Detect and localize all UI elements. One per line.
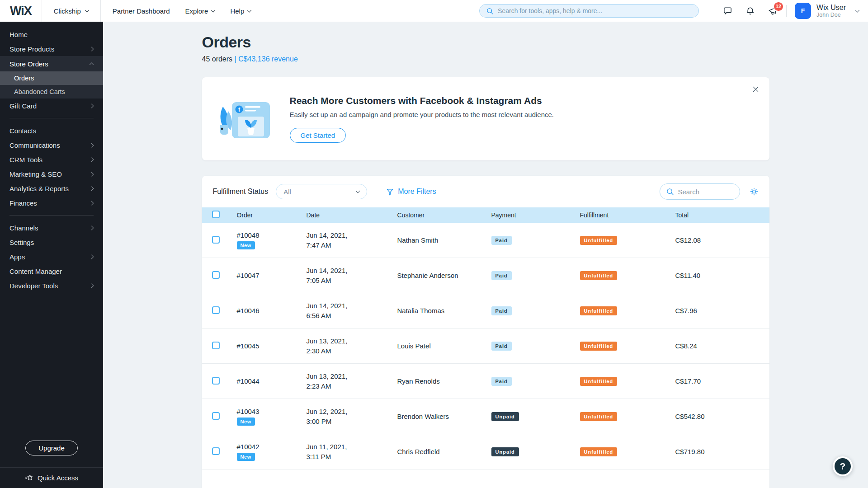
customer-name: Nathan Smith [397,236,491,244]
fulfillment-cell: Unfulfilled [580,306,675,315]
sidebar-item-store-products[interactable]: Store Products [0,42,103,56]
sidebar-item-contacts[interactable]: Contacts [0,123,103,138]
sidebar-item-label: Orders [14,75,34,82]
customer-name: Brendon Walkers [397,413,491,420]
banner-subtitle: Easily set up an ad campaign and promote… [290,111,554,118]
global-search[interactable] [479,4,699,18]
top-bar: WiX Clickship Partner DashboardExploreHe… [0,0,868,22]
updates-button[interactable]: 12 [768,6,778,16]
column-header-fulfillment[interactable]: Fulfillment [580,211,675,219]
chevron-right-icon [90,283,94,288]
order-id: #10048 [237,231,259,239]
row-checkbox[interactable] [212,377,220,385]
order-row[interactable]: #10043NewJun 12, 2021,3:00 PMBrendon Wal… [202,399,769,434]
sidebar-item-orders[interactable]: Orders [0,71,103,85]
sidebar-menu: HomeStore ProductsStore OrdersOrdersAban… [0,22,103,293]
new-badge: New [237,241,255,249]
help-button[interactable]: ? [833,456,853,476]
table-settings-button[interactable] [750,187,759,196]
site-name: Clickship [54,7,81,15]
order-id: #10042 [237,443,259,450]
order-row[interactable]: #10042NewJun 11, 2021,3:11 PMChris Redfi… [202,434,769,469]
sidebar-item-developer-tools[interactable]: Developer Tools [0,278,103,293]
row-checkbox-cell [212,377,237,386]
chevron-down-icon [855,8,860,13]
select-all-checkbox[interactable] [212,211,220,218]
sidebar-divider [9,118,94,118]
column-header-customer[interactable]: Customer [397,211,491,219]
sidebar-item-finances[interactable]: Finances [0,196,103,210]
sidebar-item-label: CRM Tools [9,156,42,164]
chat-button[interactable] [722,6,733,16]
row-checkbox-cell [212,271,237,280]
customer-name: Natalia Thomas [397,307,491,314]
topbar-nav-help[interactable]: Help [230,7,251,15]
sidebar-item-content-manager[interactable]: Content Manager [0,264,103,278]
order-date: Jun 14, 2021,7:47 AM [307,230,397,250]
sidebar-divider [9,215,94,216]
avatar: F [795,3,811,19]
row-checkbox-cell [212,342,237,351]
order-row[interactable]: #10047Jun 14, 2021,7:05 AMStephanie Ande… [202,258,769,293]
customer-name: Chris Redfield [397,448,491,455]
column-header-date[interactable]: Date [307,211,397,219]
table-search-input[interactable] [678,188,734,196]
sidebar-item-settings[interactable]: Settings [0,235,103,249]
global-search-input[interactable] [498,7,692,14]
sidebar-item-analytics-reports[interactable]: Analytics & Reports [0,181,103,196]
wix-logo: WiX [0,4,42,18]
sidebar-item-communications[interactable]: Communications [0,138,103,152]
row-checkbox[interactable] [212,271,220,279]
topbar-nav-label: Explore [185,7,208,15]
order-row[interactable]: #10046Jun 14, 2021,6:56 AMNatalia Thomas… [202,293,769,328]
banner-close-button[interactable] [751,84,760,94]
order-total: C$8.24 [675,342,769,350]
table-search[interactable] [660,183,740,200]
orders-count: 45 orders [202,55,235,63]
revenue-link[interactable]: | C$43,136 revenue [235,55,298,63]
notifications-button[interactable] [745,6,755,16]
more-filters-button[interactable]: More Filters [386,188,436,196]
order-row[interactable]: #10044Jun 13, 2021,2:23 AMRyan RenoldsPa… [202,364,769,399]
fulfillment-status-dropdown[interactable]: All [276,184,367,199]
order-row[interactable]: #10045Jun 13, 2021,2:30 AMLouis PatelPai… [202,328,769,364]
upgrade-button[interactable]: Upgrade [25,441,78,455]
row-checkbox[interactable] [212,236,220,244]
gear-icon [750,187,759,196]
topbar-nav-explore[interactable]: Explore [185,7,215,15]
row-checkbox[interactable] [212,342,220,349]
sidebar-item-label: Settings [9,239,34,246]
column-header-total[interactable]: Total [675,211,769,219]
payment-cell: Paid [491,271,580,280]
date-line-1: Jun 12, 2021, [307,407,397,417]
new-badge: New [237,453,255,461]
sidebar-item-crm-tools[interactable]: CRM Tools [0,152,103,167]
chevron-right-icon [90,254,94,259]
sidebar-item-marketing-seo[interactable]: Marketing & SEO [0,167,103,181]
topbar-nav-partner-dashboard[interactable]: Partner Dashboard [113,7,170,15]
order-row[interactable]: #10048NewJun 14, 2021,7:47 AMNathan Smit… [202,223,769,258]
fulfillment-cell: Unfulfilled [580,447,675,456]
row-checkbox[interactable] [212,306,220,314]
user-menu[interactable]: F Wix User John Doe [795,3,859,19]
user-name: Wix User [816,4,846,12]
sidebar-item-apps[interactable]: Apps [0,249,103,264]
get-started-button[interactable]: Get Started [290,128,346,143]
sidebar-item-abandoned-carts[interactable]: Abandoned Carts [0,85,103,99]
row-checkbox[interactable] [212,412,220,420]
payment-cell: Paid [491,236,580,245]
sidebar-item-label: Finances [9,199,37,207]
order-id: #10043 [237,408,259,415]
row-checkbox[interactable] [212,447,220,455]
filter-funnel-icon [386,188,394,196]
sidebar-item-gift-card[interactable]: Gift Card [0,99,103,113]
sidebar-item-channels[interactable]: Channels [0,221,103,235]
column-header-order[interactable]: Order [237,211,307,219]
site-switcher[interactable]: Clickship [42,0,100,22]
quick-access-button[interactable]: Quick Access [0,467,103,488]
sidebar-item-store-orders[interactable]: Store Orders [0,56,103,71]
fulfillment-badge: Unfulfilled [580,271,618,280]
new-badge: New [237,418,255,426]
sidebar-item-home[interactable]: Home [0,27,103,42]
column-header-payment[interactable]: Payment [491,211,580,219]
